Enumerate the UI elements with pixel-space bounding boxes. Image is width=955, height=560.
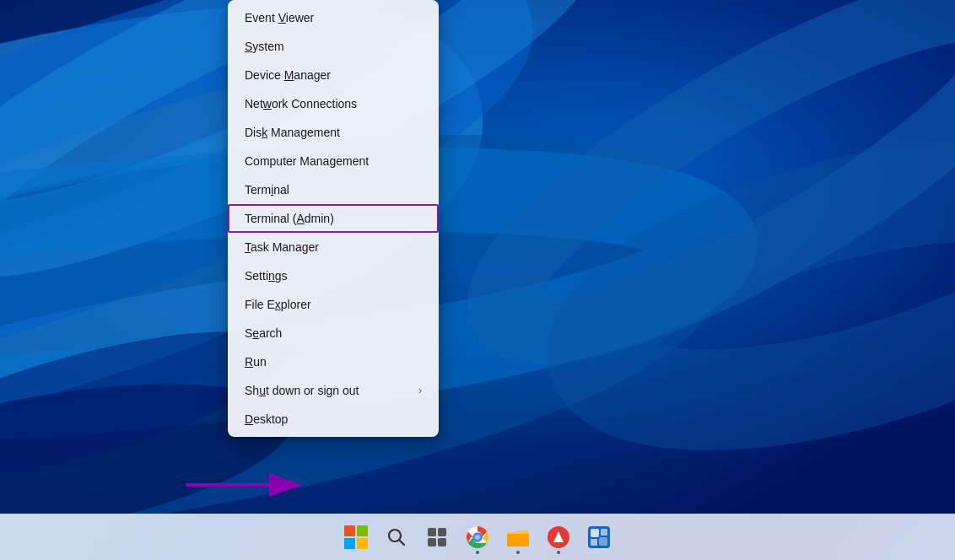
- desktop: Event Viewer System Device Manager Netwo…: [0, 0, 955, 560]
- taskbar-chrome-button[interactable]: [459, 519, 496, 556]
- menu-item-label: Desktop: [245, 412, 288, 426]
- taskbar-search-button[interactable]: [378, 519, 415, 556]
- start-button[interactable]: [337, 519, 375, 556]
- svg-rect-30: [591, 539, 597, 546]
- menu-item-label: Disk Management: [245, 126, 340, 139]
- svg-rect-15: [428, 528, 436, 536]
- taskbar-item-dot: [557, 551, 560, 554]
- menu-item-system[interactable]: System: [228, 32, 439, 61]
- widgets-icon: [426, 526, 448, 548]
- svg-rect-29: [601, 529, 607, 536]
- menu-item-event-viewer[interactable]: Event Viewer: [228, 3, 439, 32]
- menu-item-label: Network Connections: [245, 97, 357, 110]
- svg-rect-31: [599, 537, 607, 546]
- menu-item-label: Task Manager: [245, 240, 319, 254]
- context-menu: Event Viewer System Device Manager Netwo…: [228, 0, 439, 437]
- svg-rect-16: [438, 528, 446, 536]
- svg-rect-24: [507, 534, 529, 547]
- menu-item-disk-management[interactable]: Disk Management: [228, 118, 439, 147]
- menu-item-label: Shut down or sign out: [245, 384, 359, 397]
- app6-icon: [587, 525, 611, 549]
- submenu-arrow-icon: ›: [418, 385, 422, 396]
- annotation-arrow: [177, 460, 312, 510]
- menu-item-label: Settings: [245, 269, 288, 283]
- taskbar-app6-button[interactable]: [580, 519, 618, 556]
- taskbar-app5-button[interactable]: [540, 519, 577, 556]
- arrow-annotation: [177, 460, 312, 514]
- menu-item-label: File Explorer: [245, 298, 311, 311]
- svg-point-22: [475, 535, 480, 540]
- menu-item-search[interactable]: Search: [228, 319, 439, 347]
- menu-item-run[interactable]: Run: [228, 347, 439, 376]
- menu-item-label: Terminal (Admin): [245, 212, 334, 225]
- menu-item-label: Run: [245, 355, 267, 369]
- chrome-icon: [466, 525, 489, 549]
- taskbar-item-dot: [516, 551, 520, 554]
- menu-item-device-manager[interactable]: Device Manager: [228, 61, 439, 89]
- menu-item-file-explorer[interactable]: File Explorer: [228, 290, 439, 319]
- taskbar-item-dot: [476, 551, 479, 554]
- windows-logo-icon: [344, 525, 368, 549]
- app5-icon: [547, 525, 570, 549]
- search-icon: [386, 527, 407, 547]
- menu-item-settings[interactable]: Settings: [228, 261, 439, 290]
- taskbar-file-explorer-button[interactable]: [499, 519, 537, 556]
- menu-item-desktop[interactable]: Desktop: [228, 405, 439, 433]
- taskbar-widgets-button[interactable]: [418, 519, 456, 556]
- menu-item-label: Computer Management: [245, 154, 369, 168]
- taskbar: [0, 514, 955, 560]
- svg-rect-18: [438, 538, 446, 547]
- svg-rect-28: [591, 529, 599, 537]
- svg-line-14: [400, 540, 405, 545]
- menu-item-terminal-admin[interactable]: Terminal (Admin): [228, 204, 439, 233]
- menu-item-computer-management[interactable]: Computer Management: [228, 147, 439, 175]
- menu-item-label: Event Viewer: [245, 11, 314, 24]
- menu-item-task-manager[interactable]: Task Manager: [228, 233, 439, 261]
- folder-icon: [506, 526, 530, 548]
- menu-item-label: Search: [245, 326, 282, 340]
- wallpaper-background: [0, 0, 955, 514]
- menu-item-shut-down[interactable]: Shut down or sign out ›: [228, 376, 439, 405]
- menu-item-label: System: [245, 40, 284, 53]
- menu-item-label: Device Manager: [245, 68, 331, 82]
- svg-rect-17: [428, 538, 436, 547]
- menu-item-network-connections[interactable]: Network Connections: [228, 89, 439, 118]
- menu-item-terminal[interactable]: Terminal: [228, 175, 439, 204]
- menu-item-label: Terminal: [245, 183, 289, 197]
